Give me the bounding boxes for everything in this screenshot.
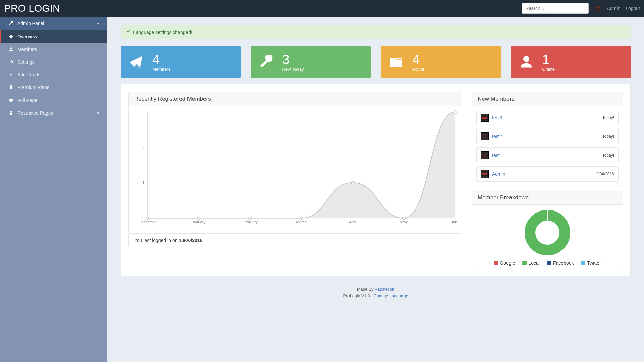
paper-plane-icon [129,55,144,69]
svg-point-26 [300,217,303,220]
svg-text:2: 2 [142,145,144,149]
member-name-link[interactable]: test [492,153,500,158]
member-avatar [481,114,489,122]
stat-label: Online [542,67,555,72]
sidebar-item-add-funds[interactable]: Add Funds [0,68,107,81]
svg-text:March: March [296,220,307,224]
footer-version: ProLogin V1.3 - [343,294,373,298]
sidebar-item-label: Premium Plans [17,85,49,90]
topbar-right: Admin Logout [522,3,640,14]
svg-text:0: 0 [142,216,144,220]
stat-value: 3 [282,53,304,66]
user-icon [8,47,14,52]
logout-link[interactable]: Logout [626,6,640,11]
member-name-link[interactable]: test2 [492,134,502,139]
chart-title: Recently Registered Members [129,92,462,106]
legend-item: Twitter [581,260,601,266]
stat-online[interactable]: 1Online [511,46,631,78]
stat-value: 4 [412,53,424,66]
check-icon [126,29,131,35]
breakdown-donut-chart [522,207,573,258]
member-name-link[interactable]: Admin [492,171,505,177]
svg-point-27 [351,181,354,184]
member-date: Today! [602,134,614,139]
wrench-icon [8,21,14,26]
svg-rect-32 [482,118,487,119]
sidebar-item-premium-plans[interactable]: Premium Plans [0,81,107,94]
svg-rect-35 [482,137,487,137]
sidebar-header-admin-panel[interactable]: Admin Panel ▾ [0,17,107,30]
svg-rect-2 [596,9,600,9]
sidebar-item-settings[interactable]: Settings [0,56,107,68]
stat-new-today[interactable]: 3New Today [251,46,371,78]
wrench-icon [259,55,274,69]
home-icon [8,34,14,39]
svg-text:1: 1 [142,181,144,185]
member-row: test3 Today! [476,110,619,125]
success-alert: Language settings changed! [121,25,631,39]
svg-text:June: June [451,220,458,224]
last-login-note: You last logged in on 10/06/2016 [128,234,462,247]
new-members-panel: New Members test3 Today! test2 Today! te… [472,92,623,186]
svg-rect-37 [482,154,487,155]
sidebar-item-label: Members [17,47,37,52]
svg-point-23 [146,217,149,220]
svg-rect-1 [596,8,600,8]
svg-point-25 [249,217,251,220]
member-name-link[interactable]: test3 [492,115,502,120]
breakdown-panel: Member Breakdown GoogleLocalFacebookTwit… [472,191,623,268]
search-input[interactable] [522,3,589,14]
stat-label: New Today [282,67,304,72]
footer: Made By Patchesoft ProLogin V1.3 - Chang… [121,286,631,299]
chevron-down-icon: ▾ [97,21,99,26]
last-login-date: 10/06/2016 [179,238,202,243]
svg-text:February: February [242,220,258,224]
member-row: Admin 12/04/2016 [476,166,619,182]
sidebar-item-label: Overview [17,34,37,39]
stat-members[interactable]: 4Members [121,46,241,78]
panels-row: Recently Registered Members 0123December… [121,84,631,276]
sidebar-item-label: Settings [17,59,35,65]
footer-change-language-link[interactable]: Change Language [374,294,408,298]
sidebar-item-label: Restricted Pages [17,110,53,116]
sidebar-item-overview[interactable]: Overview [0,30,107,43]
last-login-prefix: You last logged in on [134,238,179,243]
svg-rect-40 [482,173,487,174]
alert-text: Language settings changed! [133,29,192,35]
sidebar-item-restricted-pages[interactable]: Restricted Pages ▾ [0,107,107,119]
sidebar: Admin Panel ▾ Overview Members Settings … [0,17,107,362]
breakdown-legend: GoogleLocalFacebookTwitter [494,258,601,266]
registrations-line-chart: 0123DecemberJanuaryFebruaryMarchAprilMay… [138,109,458,227]
stat-cards: 4Members 3New Today 4Active 1Online [121,46,631,78]
svg-rect-39 [482,172,488,176]
svg-rect-34 [482,135,487,136]
main-content: Language settings changed! 4Members 3New… [107,17,644,303]
svg-text:May: May [400,220,408,224]
new-members-title: New Members [472,92,623,106]
gear-icon [8,60,14,64]
chart-panel: Recently Registered Members 0123December… [128,92,462,268]
heart-icon [8,98,14,103]
breakdown-title: Member Breakdown [472,191,623,205]
document-icon [8,85,14,90]
stat-active[interactable]: 4Active [381,46,501,78]
footer-patchesoft-link[interactable]: Patchesoft [375,287,394,292]
lock-icon [8,111,14,115]
member-date: Today! [602,115,614,120]
folder-icon [389,55,404,69]
svg-rect-38 [482,156,487,156]
legend-item: Google [494,260,515,266]
chevron-down-icon: ▾ [97,110,99,116]
user-avatar[interactable] [594,5,601,12]
svg-text:December: December [139,220,156,224]
stat-value: 1 [542,53,555,66]
svg-point-29 [454,111,457,113]
sidebar-item-full-page[interactable]: Full Page [0,94,107,107]
member-row: test Today! [476,147,619,163]
footer-made-by: Made By [357,287,375,292]
member-date: Today! [602,153,614,158]
sidebar-item-members[interactable]: Members [0,43,107,56]
stat-label: Active [412,67,424,72]
user-link[interactable]: Admin [607,6,620,11]
svg-point-24 [197,217,200,220]
